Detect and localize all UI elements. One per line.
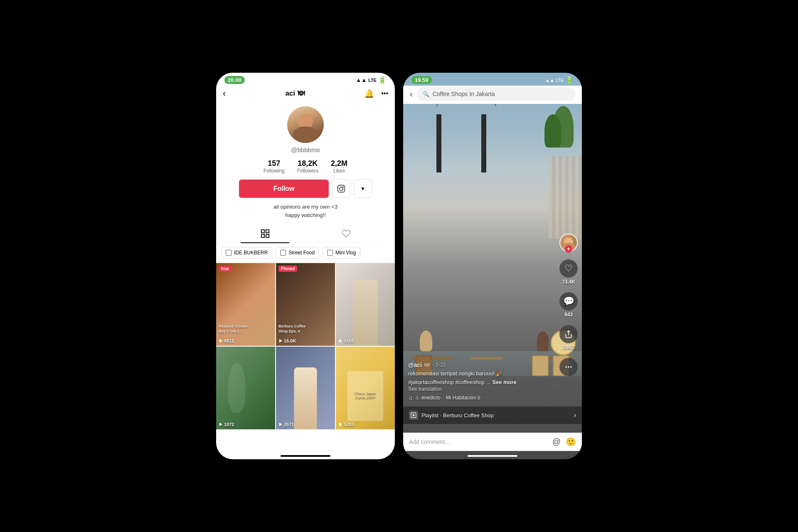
playlist-bar[interactable]: Playlist · Berburu Coffee Shop › (403, 406, 582, 424)
music-title: ♫ ·enedicto· · Mi Habitación b (415, 395, 480, 401)
nav-title-icon: 🍽 (298, 89, 305, 98)
playlist-icon (280, 250, 286, 256)
more-icon-right (559, 358, 578, 376)
comment-icon: 💬 (559, 292, 578, 310)
status-bar-left: 20.00 ▲▲ LTE 🔋 (216, 73, 395, 86)
pinned-badge-2: Pinned (278, 266, 297, 272)
playlists-row: IDE BUKBERR Street Food Mini Vlog (216, 243, 395, 263)
bell-icon[interactable]: 🔔 (364, 89, 374, 99)
comments-count-right: 843 (564, 312, 573, 318)
right-phone: 19.59 ▲▲ LTE 🔋 ‹ 🔍 Coffee Shops In Jakar… (403, 73, 582, 459)
see-more-button[interactable]: See more (492, 379, 517, 385)
svg-marker-18 (413, 414, 415, 416)
comment-input[interactable]: Add comment... (409, 438, 548, 445)
emoji-icon[interactable]: 🙂 (566, 437, 576, 447)
followers-count: 18,2K (298, 159, 318, 168)
video-count-1: 8812 (219, 338, 234, 343)
follow-plus-badge: + (565, 245, 572, 253)
more-options-button[interactable]: ▼ (354, 180, 372, 198)
tab-liked[interactable] (305, 225, 387, 242)
comment-action[interactable]: 💬 843 (559, 292, 578, 318)
stat-following: 157 Following (264, 159, 285, 174)
comment-bar: Add comment... @ 🙂 (403, 433, 582, 451)
search-icon: 🔍 (423, 91, 429, 97)
creator-icon: 🍽 (424, 362, 429, 368)
share-icon (559, 325, 578, 343)
playlist-icon-small (409, 411, 418, 420)
video-thumb-5[interactable]: 2671 (276, 347, 335, 429)
home-indicator-right (468, 455, 517, 457)
see-translation-button[interactable]: See translation (408, 386, 555, 392)
video-thumb-6[interactable]: Choux JapanCuma 10rb? 5283 (336, 347, 395, 429)
svg-point-16 (570, 366, 571, 367)
thumb-bg-4 (216, 347, 275, 429)
nav-icons: 🔔 ••• (364, 89, 388, 99)
svg-marker-9 (339, 339, 342, 342)
svg-rect-5 (261, 234, 264, 237)
svg-point-15 (568, 366, 569, 367)
creator-avatar[interactable]: + (559, 234, 578, 252)
arch-decoration (436, 114, 486, 172)
status-time-right: 19.59 (411, 76, 432, 84)
tabs-row (224, 225, 387, 243)
caption-text: rekomendasi tempat nongki baruuu! 🎉 (408, 370, 555, 377)
stat-followers: 18,2K Followers (297, 159, 318, 174)
following-label: Following (264, 168, 285, 174)
profile-section: @bbbbmo 157 Following 18,2K Followers 2,… (216, 102, 395, 243)
follow-button[interactable]: Follow (239, 180, 329, 198)
svg-marker-10 (219, 423, 222, 426)
back-button[interactable]: ‹ (223, 88, 226, 99)
following-count: 157 (268, 159, 280, 168)
video-thumb-4[interactable]: 1872 (216, 347, 275, 429)
svg-marker-12 (339, 423, 342, 426)
like-icon: ♡ (559, 259, 578, 278)
battery-icon-right: 🔋 (565, 76, 574, 84)
likes-count-right: 73.4K (562, 279, 575, 285)
video-thumb-1[interactable]: true Roasted ChickenBuy 1 Get 1... 8812 (216, 263, 275, 346)
svg-marker-11 (279, 423, 282, 426)
nav-title: aci 🍽 (285, 89, 305, 98)
comment-icons: @ 🙂 (552, 437, 576, 447)
battery-icon: 🔋 (378, 76, 387, 84)
video-count-5: 2671 (278, 422, 294, 427)
back-button-right[interactable]: ‹ (410, 89, 413, 99)
video-grid: true Roasted ChickenBuy 1 Get 1... 8812 … (216, 263, 395, 429)
search-input-container[interactable]: 🔍 Coffee Shops In Jakarta (417, 87, 575, 101)
likes-count: 2,2M (331, 159, 347, 168)
followers-label: Followers (297, 168, 318, 174)
playlist-info: Playlist · Berburu Coffee Shop (409, 411, 494, 420)
episode-num: 1-23 (436, 362, 446, 368)
playlist-mini-vlog[interactable]: Mini Vlog (323, 247, 360, 259)
hashtags-row: #jakartacoffeeshop #coffeeshop ... See m… (408, 379, 555, 385)
tab-videos[interactable] (224, 225, 305, 242)
username: @bbbbmo (291, 146, 320, 153)
signal-icon: ▲▲ (356, 77, 367, 83)
share-action[interactable]: 2902 (559, 325, 578, 350)
video-thumb-2[interactable]: Pinned Berburu CoffeeShop Eps. 4 16,6K (276, 263, 335, 346)
home-indicator-left (281, 455, 330, 457)
svg-rect-0 (338, 185, 345, 192)
hashtags: #jakartacoffeeshop #coffeeshop ... (408, 379, 490, 385)
like-action[interactable]: ♡ 73.4K (559, 259, 578, 285)
chevron-right-icon: › (574, 411, 576, 419)
nav-bar: ‹ aci 🍽 🔔 ••• (216, 86, 395, 102)
lte-label: LTE (368, 78, 377, 83)
pinned-badge-1: true (219, 266, 232, 272)
playlist-icon (226, 250, 232, 256)
playlist-street-food[interactable]: Street Food (276, 247, 319, 259)
signal-icon-right: ▲▲ LTE (545, 78, 564, 83)
bottom-info: @aci 🍽 · 1-23 rekomendasi tempat nongki … (408, 362, 555, 401)
search-bar: ‹ 🔍 Coffee Shops In Jakarta (403, 86, 582, 104)
more-icon[interactable]: ••• (381, 90, 388, 97)
status-time-left: 20.00 (224, 76, 245, 84)
thumb-text-2: Berburu CoffeeShop Eps. 4 (278, 324, 332, 334)
stats-row: 157 Following 18,2K Followers 2,2M Likes (264, 159, 347, 174)
video-count-3: 1459 (338, 338, 354, 343)
creator-handle: @aci 🍽 · 1-23 (408, 362, 555, 368)
video-thumb-3[interactable]: 1459 (336, 263, 395, 346)
playlist-ide-bukberr[interactable]: IDE BUKBERR (221, 247, 272, 259)
more-action[interactable] (559, 358, 578, 376)
instagram-button[interactable] (332, 180, 350, 198)
handle-separator: · (432, 362, 433, 368)
mention-icon[interactable]: @ (552, 437, 561, 447)
